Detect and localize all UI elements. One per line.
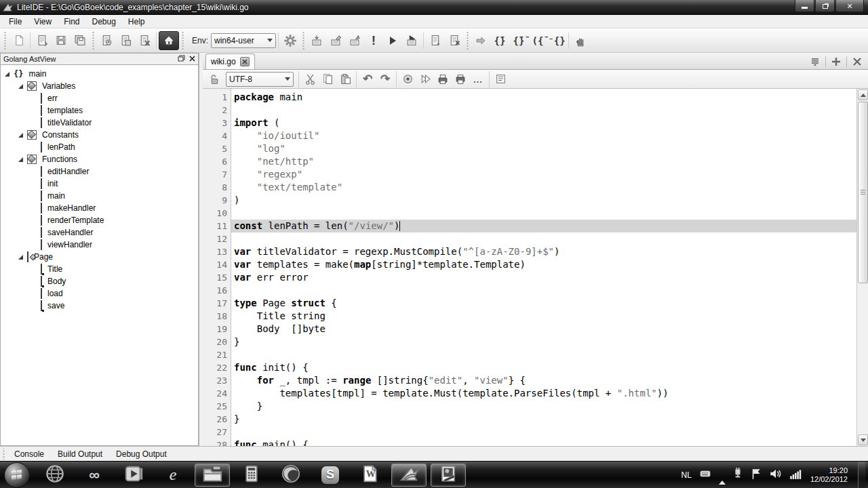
- file-insert-button[interactable]: [426, 31, 445, 50]
- fold-wrap-button[interactable]: ({̄: [528, 31, 547, 50]
- taskbar-item-internet-explorer[interactable]: e: [155, 464, 191, 487]
- target-edit-button[interactable]: [326, 31, 345, 50]
- print-button[interactable]: [434, 71, 452, 87]
- taskbar-item-calculator[interactable]: [234, 464, 269, 487]
- expander-icon[interactable]: [5, 72, 9, 77]
- tree-item-lenPath[interactable]: lenPath: [1, 141, 198, 153]
- tree-item-main[interactable]: main: [1, 190, 198, 202]
- tree-item-init[interactable]: init: [1, 178, 198, 190]
- vertical-scrollbar[interactable]: [856, 89, 868, 446]
- tree-item-Functions[interactable]: Functions: [1, 153, 198, 165]
- taskbar-item-windows-explorer[interactable]: [195, 464, 230, 487]
- power-icon[interactable]: [732, 468, 744, 483]
- taskbar-item-media-player[interactable]: [116, 464, 151, 487]
- output-tab-debug-output[interactable]: Debug Output: [109, 448, 174, 460]
- step-over-button[interactable]: [471, 31, 490, 50]
- fold-open-button[interactable]: {̄}: [490, 31, 509, 50]
- record-button[interactable]: [399, 71, 416, 87]
- show-desktop-button[interactable]: [858, 462, 865, 488]
- action-center-icon[interactable]: [750, 468, 762, 483]
- tab-wiki-go[interactable]: wiki.go: [205, 54, 255, 69]
- open-file-button[interactable]: [33, 31, 52, 50]
- menu-view[interactable]: View: [28, 16, 58, 28]
- taskbar-item-skype[interactable]: S: [313, 464, 348, 487]
- expander-icon[interactable]: [18, 157, 23, 162]
- encoding-select[interactable]: UTF-8: [226, 72, 294, 87]
- tree-item-templates[interactable]: templates: [1, 104, 198, 117]
- run-button[interactable]: [383, 31, 402, 50]
- output-tab-console[interactable]: Console: [7, 448, 51, 460]
- fold-top-button[interactable]: {̄}̄: [509, 31, 528, 50]
- unfold-button[interactable]: ⁻{}: [547, 31, 566, 50]
- float-window-icon[interactable]: [178, 55, 185, 63]
- tree-item-renderTemplate[interactable]: renderTemplate: [1, 214, 198, 226]
- menu-find[interactable]: Find: [58, 16, 85, 28]
- menu-debug[interactable]: Debug: [85, 16, 121, 28]
- scrollbar-thumb[interactable]: [858, 102, 868, 283]
- copy-button[interactable]: [319, 71, 336, 87]
- pan-hand-button[interactable]: [571, 31, 590, 50]
- taskbar-item-network-globe[interactable]: [37, 464, 73, 487]
- taskbar-item-infinity-app[interactable]: ∞: [77, 464, 112, 487]
- close-button[interactable]: ✕: [835, 0, 864, 12]
- close-all-files-button[interactable]: [135, 31, 154, 50]
- paste-button[interactable]: [336, 71, 354, 87]
- scroll-up-button[interactable]: [858, 89, 868, 100]
- tree-item-Body[interactable]: Body: [1, 275, 198, 287]
- build-button[interactable]: !: [364, 31, 383, 50]
- tree-item-Title[interactable]: Title: [1, 263, 198, 275]
- export-run-button[interactable]: [416, 71, 434, 87]
- file-remove-button[interactable]: [445, 31, 464, 50]
- tree-item-err[interactable]: err: [1, 92, 198, 104]
- start-button[interactable]: [4, 462, 30, 488]
- taskbar-item-firefox[interactable]: [273, 464, 309, 487]
- close-button[interactable]: [849, 55, 865, 68]
- lock-open-button[interactable]: [205, 71, 223, 87]
- options-gear-button[interactable]: [281, 31, 300, 50]
- print-preview-button[interactable]: [452, 71, 469, 87]
- scroll-down-button[interactable]: [858, 434, 868, 445]
- split-add-button[interactable]: [828, 55, 844, 68]
- language-indicator[interactable]: NL: [682, 470, 692, 480]
- run-file-button[interactable]: [402, 31, 421, 50]
- expander-icon[interactable]: [18, 84, 23, 89]
- tree-item-Constants[interactable]: Constants: [1, 129, 198, 141]
- redo-button[interactable]: ↷: [376, 71, 394, 87]
- tree-item-makeHandler[interactable]: makeHandler: [1, 202, 198, 214]
- restore-button[interactable]: [815, 0, 835, 12]
- tree-item-save[interactable]: save: [1, 300, 198, 312]
- tree-item-editHandler[interactable]: editHandler: [1, 165, 198, 178]
- tree-item-titleValidator[interactable]: titleValidator: [1, 117, 198, 129]
- menu-help[interactable]: Help: [122, 16, 151, 28]
- save-all-button[interactable]: [71, 31, 90, 50]
- target-export-button[interactable]: [345, 31, 364, 50]
- target-download-button[interactable]: [307, 31, 326, 50]
- tree-item-main[interactable]: {}main: [1, 68, 198, 80]
- tree-item-viewHandler[interactable]: viewHandler: [1, 239, 198, 251]
- taskbar-item-photo-viewer[interactable]: [431, 464, 466, 487]
- tree-item-saveHandler[interactable]: saveHandler: [1, 226, 198, 239]
- minimize-button[interactable]: [795, 0, 814, 12]
- outline-button[interactable]: [492, 71, 509, 87]
- new-file-button[interactable]: [9, 31, 28, 50]
- reload-file-button[interactable]: [97, 31, 116, 50]
- undo-button[interactable]: ↶: [359, 71, 376, 87]
- expander-icon[interactable]: [18, 133, 23, 138]
- cut-button[interactable]: [301, 71, 319, 87]
- network-signal-icon[interactable]: [788, 468, 802, 483]
- env-select[interactable]: win64-user: [211, 33, 276, 48]
- close-file-button[interactable]: [116, 31, 135, 50]
- close-panel-icon[interactable]: [189, 55, 195, 63]
- menu-file[interactable]: File: [3, 16, 28, 28]
- save-file-button[interactable]: [52, 31, 71, 50]
- more-button[interactable]: ...: [469, 71, 487, 87]
- keyboard-icon[interactable]: [698, 468, 713, 482]
- hidden-icons-icon[interactable]: [719, 469, 726, 481]
- code-editor-surface[interactable]: package mainimport ( "io/ioutil" "log" "…: [231, 89, 856, 446]
- window-list-button[interactable]: [807, 55, 823, 68]
- clock[interactable]: 19:20 12/02/2012: [810, 466, 848, 484]
- tree-item-Variables[interactable]: Variables: [1, 80, 198, 92]
- output-tab-build-output[interactable]: Build Output: [51, 448, 109, 460]
- taskbar-item-word[interactable]: W: [352, 464, 387, 487]
- taskbar-item-liteide[interactable]: [391, 464, 427, 487]
